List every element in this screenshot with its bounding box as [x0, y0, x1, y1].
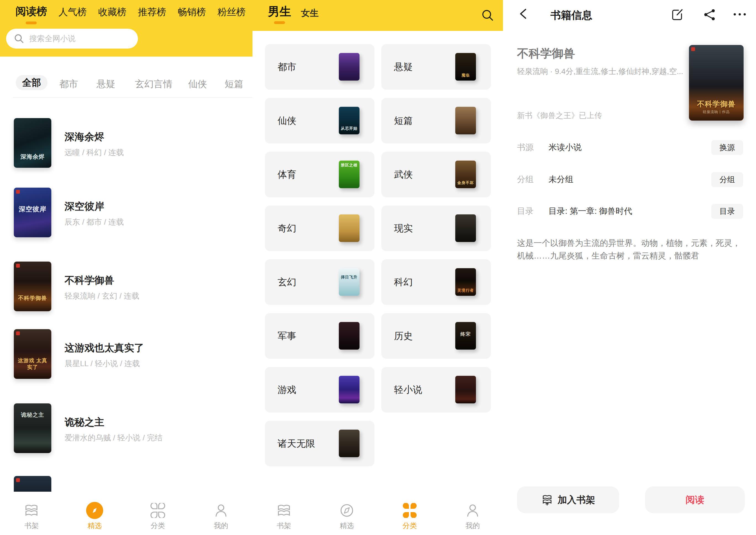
filter-chip-urban[interactable]: 都市 — [59, 78, 78, 91]
filter-chip-short[interactable]: 短篇 — [225, 78, 243, 91]
book-title[interactable]: 不科学御兽 — [65, 274, 114, 287]
nav-label: 分类 — [403, 521, 417, 531]
category-card-infinite[interactable]: 诸天无限 — [265, 421, 375, 466]
category-card-reality[interactable]: 现实 — [381, 206, 491, 251]
category-cover: 灵境行者 — [455, 268, 476, 296]
nav-featured[interactable]: 精选 — [315, 497, 378, 535]
category-card-urban[interactable]: 都市 — [265, 44, 375, 90]
category-card-sports[interactable]: 体育 禁区之雄 — [265, 152, 375, 197]
book-title[interactable]: 深空彼岸 — [65, 200, 104, 213]
nav-label: 精选 — [88, 521, 102, 531]
tab-collection-rank[interactable]: 收藏榜 — [98, 6, 126, 18]
cover-title-text: 禁区之雄 — [339, 163, 359, 168]
book-cover[interactable]: 深海余烬 — [14, 118, 51, 168]
book-meta: 远瞳 / 科幻 / 连载 — [65, 147, 124, 158]
nav-label: 我的 — [214, 521, 228, 531]
category-card-fantasy[interactable]: 奇幻 — [265, 206, 375, 251]
category-label: 科幻 — [394, 259, 413, 305]
nav-bookshelf[interactable]: 书架 — [252, 497, 315, 535]
panel-book-info: 书籍信息 不科学御兽 轻泉流响 · 9.4分,重生流,修士,修仙封神,穿越,空.… — [504, 0, 756, 535]
book-title[interactable]: 深海余烬 — [65, 130, 104, 144]
bookshelf-icon — [275, 502, 293, 519]
read-label: 阅读 — [686, 493, 704, 506]
ranking-tabs: 阅读榜 人气榜 收藏榜 推荐榜 畅销榜 粉丝榜 — [15, 4, 245, 18]
nav-mine[interactable]: 我的 — [441, 497, 504, 535]
category-card-short[interactable]: 短篇 — [381, 98, 491, 144]
category-cover — [339, 322, 359, 350]
group-button[interactable]: 分组 — [711, 172, 743, 187]
category-cover: 金身不坏 — [455, 160, 476, 188]
search-icon[interactable] — [481, 9, 494, 22]
category-label: 奇幻 — [278, 206, 296, 251]
divider — [13, 97, 252, 98]
edit-icon[interactable] — [671, 8, 684, 21]
book-cover[interactable]: 深空彼岸 — [14, 188, 51, 237]
category-card-xuanhuan[interactable]: 玄幻 择日飞升 — [265, 259, 375, 305]
book-cover[interactable]: 不科学御兽 — [14, 262, 51, 311]
book-cover[interactable]: 不科学御兽 轻泉流响丨作品 — [689, 45, 743, 121]
back-icon[interactable] — [517, 7, 531, 20]
book-title[interactable]: 这游戏也太真实了 — [65, 341, 144, 355]
read-button[interactable]: 阅读 — [645, 487, 745, 513]
filter-chip-suspense[interactable]: 悬疑 — [97, 78, 115, 91]
category-label: 历史 — [394, 313, 413, 359]
category-card-military[interactable]: 军事 — [265, 313, 375, 359]
nav-category[interactable]: 分类 — [126, 497, 189, 535]
category-label: 悬疑 — [394, 44, 413, 90]
category-card-game[interactable]: 游戏 — [265, 367, 375, 412]
book-meta: 晨星LL / 轻小说 / 连载 — [65, 358, 140, 369]
category-cover — [339, 53, 359, 81]
ranking-header: 阅读榜 人气榜 收藏榜 推荐榜 畅销榜 粉丝榜 搜索全网小说 — [0, 0, 252, 57]
catalog-button[interactable]: 目录 — [711, 204, 743, 219]
book-cover[interactable]: 这游戏 太真实了 — [14, 329, 51, 379]
active-tab-underline — [274, 21, 285, 24]
cover-title-text: 诡秘之主 — [14, 411, 51, 419]
nav-label: 我的 — [465, 521, 480, 531]
category-cover — [339, 214, 359, 242]
tab-female[interactable]: 女生 — [301, 7, 319, 19]
book-title[interactable]: 诡秘之主 — [65, 415, 104, 429]
nav-bookshelf[interactable]: 书架 — [0, 497, 63, 535]
category-card-wuxia[interactable]: 武侠 金身不坏 — [381, 152, 491, 197]
category-card-xianxia[interactable]: 仙侠 从芯开始 — [265, 98, 375, 144]
filter-chip-fantasy-romance[interactable]: 玄幻言情 — [135, 78, 172, 91]
category-cover — [339, 430, 359, 457]
search-bar[interactable]: 搜索全网小说 — [6, 29, 138, 48]
nav-mine[interactable]: 我的 — [189, 497, 252, 535]
cover-title-text: 深海余烬 — [14, 153, 51, 160]
category-card-lightnovel[interactable]: 轻小说 — [381, 367, 491, 412]
cover-title-text: 终宋 — [455, 331, 476, 337]
row-value-catalog: 目录: 第一章: 御兽时代 — [548, 206, 632, 217]
filter-chip-xianxia[interactable]: 仙侠 — [188, 78, 207, 91]
add-to-shelf-button[interactable]: 加入书架 — [517, 487, 619, 513]
nav-featured-active[interactable]: 精选 — [63, 497, 126, 535]
panel-categories: 男生 女生 都市 悬疑 魔临 仙侠 从芯开始 短篇 体育 禁区之雄 武侠 — [252, 0, 504, 535]
tab-popularity-rank[interactable]: 人气榜 — [59, 6, 87, 18]
category-label: 都市 — [278, 44, 296, 90]
search-placeholder: 搜索全网小说 — [29, 33, 76, 44]
panel-ranking: 阅读榜 人气榜 收藏榜 推荐榜 畅销榜 粉丝榜 搜索全网小说 全部 都市 悬疑 … — [0, 0, 253, 535]
page-title: 书籍信息 — [550, 8, 592, 22]
change-source-button[interactable]: 换源 — [711, 140, 743, 155]
book-cover[interactable]: 诡秘之主 — [14, 403, 51, 453]
filter-chip-all[interactable]: 全部 — [16, 75, 47, 90]
publisher-logo — [16, 478, 20, 482]
cover-title-text: 金身不坏 — [455, 181, 476, 185]
category-card-history[interactable]: 历史 终宋 — [381, 313, 491, 359]
more-icon[interactable] — [733, 12, 747, 17]
category-label: 短篇 — [394, 98, 413, 144]
tab-male[interactable]: 男生 — [268, 4, 291, 19]
tab-bestseller-rank[interactable]: 畅销榜 — [178, 6, 206, 18]
category-icon — [149, 502, 167, 519]
tab-reading-rank[interactable]: 阅读榜 — [15, 4, 47, 18]
publisher-logo — [16, 190, 20, 194]
person-icon — [464, 502, 482, 519]
share-icon[interactable] — [703, 8, 716, 21]
tab-recommend-rank[interactable]: 推荐榜 — [138, 6, 166, 18]
nav-category-active[interactable]: 分类 — [378, 497, 441, 535]
category-card-scifi[interactable]: 科幻 灵境行者 — [381, 259, 491, 305]
book-cover-partial[interactable] — [14, 476, 51, 492]
tab-fans-rank[interactable]: 粉丝榜 — [217, 6, 245, 18]
category-card-suspense[interactable]: 悬疑 魔临 — [381, 44, 491, 90]
cover-title-text: 灵境行者 — [455, 288, 476, 293]
